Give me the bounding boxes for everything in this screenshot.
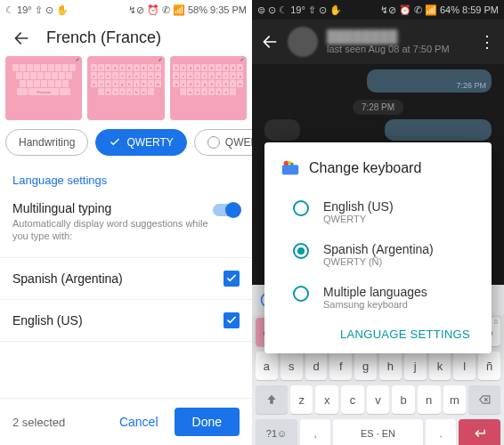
status-left-icons: ⊜ ⊙ ☾ 19° ⇧ ⊙ ✋ xyxy=(257,4,342,16)
gboard-icon xyxy=(280,158,300,178)
selected-count: 2 selected xyxy=(12,416,65,429)
radio-icon xyxy=(207,136,220,149)
message-bubble: 7:26 PM xyxy=(367,69,492,93)
language-label: Spanish (Argentina) xyxy=(12,271,123,286)
chat-name-blurred: ████████ xyxy=(327,29,470,44)
check-icon xyxy=(109,136,121,149)
last-seen: last seen Aug 08 at 7:50 PM xyxy=(327,44,470,54)
app-header: French (France) xyxy=(0,20,252,56)
message-time: 7:26 PM xyxy=(456,81,486,90)
language-settings-button[interactable]: LANGUAGE SETTINGS xyxy=(280,319,476,344)
option-sublabel: Samsung keyboard xyxy=(323,299,476,310)
checkbox-checked[interactable] xyxy=(224,271,240,287)
back-arrow-icon[interactable] xyxy=(12,29,30,47)
radio-button[interactable] xyxy=(293,243,309,259)
cancel-button[interactable]: Cancel xyxy=(116,408,162,436)
key-h[interactable]: h xyxy=(379,352,402,380)
right-screenshot: ⊜ ⊙ ☾ 19° ⇧ ⊙ ✋ ↯⊘ ⏰ ✆ 📶 64% 8:59 PM ███… xyxy=(252,0,504,445)
space-key[interactable]: ES · EN xyxy=(333,419,423,445)
shift-key[interactable] xyxy=(256,385,288,414)
done-button[interactable]: Done xyxy=(175,408,240,436)
chat-header: ████████ last seen Aug 08 at 7:50 PM ⋮ xyxy=(252,20,504,64)
setting-sub: Automatically display word suggestions w… xyxy=(12,217,213,243)
svg-rect-1 xyxy=(282,165,298,174)
option-sublabel: QWERTY xyxy=(323,214,476,224)
section-title: Language settings xyxy=(0,165,252,192)
multilingual-setting: Multilingual typing Automatically displa… xyxy=(0,192,252,252)
symbols-key[interactable]: ?1☺ xyxy=(256,419,297,445)
option-label: Spanish (Argentina) xyxy=(323,242,476,256)
radio-button[interactable] xyxy=(293,200,309,216)
avatar[interactable] xyxy=(288,27,318,57)
option-sublabel: QWERTY (Ñ) xyxy=(323,256,476,267)
pill-handwriting[interactable]: Handwriting xyxy=(5,129,88,156)
key-l[interactable]: l xyxy=(453,352,476,380)
comma-key[interactable]: , xyxy=(300,419,330,445)
option-label: Multiple languages xyxy=(323,285,476,299)
keyboard-option[interactable]: Spanish (Argentina)QWERTY (Ñ) xyxy=(280,233,476,276)
pill-qwerty[interactable]: QWERTY xyxy=(95,129,186,156)
pill-label: QWERTZ xyxy=(225,136,252,149)
key-ñ[interactable]: ñ xyxy=(478,352,500,380)
message-bubble xyxy=(264,119,300,141)
battery-pct: 64% xyxy=(440,4,459,15)
key-g[interactable]: g xyxy=(354,352,377,380)
keyboard-preview[interactable]: 🎤Français xyxy=(5,56,82,120)
radio-button[interactable] xyxy=(293,286,309,302)
language-row[interactable]: Spanish (Argentina) xyxy=(0,257,252,300)
menu-dots-icon[interactable]: ⋮ xyxy=(479,32,495,52)
key-z[interactable]: z xyxy=(290,385,313,414)
check-icon xyxy=(225,314,238,327)
checkbox-checked[interactable] xyxy=(224,312,240,328)
enter-key[interactable] xyxy=(459,419,500,445)
key-k[interactable]: k xyxy=(429,352,451,380)
key-m[interactable]: m xyxy=(443,385,467,414)
key-v[interactable]: v xyxy=(367,385,390,414)
page-title: French (France) xyxy=(46,28,161,47)
language-label: English (US) xyxy=(12,313,83,328)
key-c[interactable]: c xyxy=(341,385,364,414)
message-bubble xyxy=(385,119,492,141)
back-arrow-icon[interactable] xyxy=(261,33,279,51)
check-icon xyxy=(225,272,238,285)
multilingual-toggle[interactable] xyxy=(213,204,240,216)
status-bar: ☾ 19° ⇧ ⊙ ✋ ↯⊘ ⏰ ✆ 📶 58% 9:35 PM xyxy=(0,0,252,20)
keyboard-option[interactable]: Multiple languagesSamsung keyboard xyxy=(280,276,476,319)
key-x[interactable]: x xyxy=(315,385,338,414)
change-keyboard-dialog: Change keyboard English (US)QWERTYSpanis… xyxy=(264,142,492,353)
key-f[interactable]: f xyxy=(329,352,352,380)
key-d[interactable]: d xyxy=(305,352,328,380)
pill-label: QWERTY xyxy=(126,136,173,149)
svg-point-2 xyxy=(284,161,289,166)
battery-pct: 58% xyxy=(188,4,207,15)
key-a[interactable]: a xyxy=(256,352,278,380)
pill-qwertz[interactable]: QWERTZ xyxy=(194,129,252,156)
left-screenshot: ☾ 19° ⇧ ⊙ ✋ ↯⊘ ⏰ ✆ 📶 58% 9:35 PM French … xyxy=(0,0,252,445)
setting-label: Multilingual typing xyxy=(12,201,213,215)
dialog-title: Change keyboard xyxy=(280,158,476,178)
clock: 8:59 PM xyxy=(462,4,499,15)
keyboard-preview[interactable]: 🎤1234567890azertyuiopqsdfghjklmwxcvbn xyxy=(170,56,247,120)
period-key[interactable]: . xyxy=(426,419,456,445)
keyboard-previews: 🎤Français 🎤1234567890azertyuiopqsdfghjkl… xyxy=(0,56,252,120)
key-j[interactable]: j xyxy=(404,352,427,380)
svg-point-4 xyxy=(290,163,294,166)
keyboard-option[interactable]: English (US)QWERTY xyxy=(280,190,476,233)
pill-label: Handwriting xyxy=(19,136,75,149)
language-row[interactable]: English (US) xyxy=(0,300,252,342)
keyboard-preview[interactable]: 🎤1234567890azertyuiopqsdfghjklmwxcvbn xyxy=(87,56,164,120)
keyboard-bottom-row: ?1☺ , ES · EN . xyxy=(252,417,504,445)
option-label: English (US) xyxy=(323,199,476,214)
status-right-icons: ↯⊘ ⏰ ✆ 📶 xyxy=(380,4,437,16)
date-separator: 7:28 PM xyxy=(353,100,403,115)
footer-bar: 2 selected Cancel Done xyxy=(0,398,252,445)
dialog-title-text: Change keyboard xyxy=(309,160,421,176)
clock: 9:35 PM xyxy=(210,4,247,15)
enter-icon xyxy=(471,425,487,441)
key-n[interactable]: n xyxy=(418,385,441,414)
status-left-icons: ☾ 19° ⇧ ⊙ ✋ xyxy=(5,4,69,16)
key-b[interactable]: b xyxy=(392,385,415,414)
backspace-key[interactable] xyxy=(468,385,500,414)
key-s[interactable]: s xyxy=(280,352,303,380)
layout-pills: Handwriting QWERTY QWERTZ xyxy=(0,120,252,165)
